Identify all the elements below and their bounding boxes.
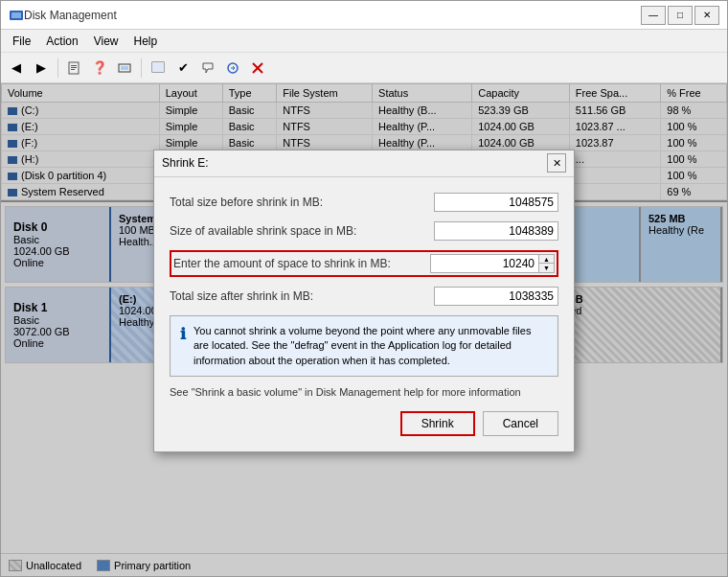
toolbar-btn-4[interactable]: ❓ xyxy=(88,57,111,80)
spinner-up[interactable]: ▲ xyxy=(539,255,554,264)
title-bar-icon xyxy=(9,8,24,23)
modal-title-bar: Shrink E: ✕ xyxy=(154,150,574,177)
svg-rect-9 xyxy=(152,62,164,72)
shrink-dialog: Shrink E: ✕ Total size before shrink in … xyxy=(153,150,575,452)
toolbar-btn-8[interactable] xyxy=(196,57,219,80)
forward-button[interactable]: ▶ xyxy=(30,57,53,80)
svg-rect-1 xyxy=(11,12,21,18)
shrink-input-container: ▲ ▼ xyxy=(430,254,555,273)
menu-bar: File Action View Help xyxy=(1,30,727,53)
toolbar-sep-1 xyxy=(57,58,58,78)
field-shrink-amount-row: Enter the amount of space to shrink in M… xyxy=(170,250,558,277)
menu-help[interactable]: Help xyxy=(126,33,166,50)
close-window-button[interactable]: ✕ xyxy=(694,6,719,25)
modal-close-button[interactable]: ✕ xyxy=(547,153,566,173)
field-total-after-label: Total size after shrink in MB: xyxy=(170,289,434,303)
field-total-before-value: 1048575 xyxy=(434,193,558,212)
menu-file[interactable]: File xyxy=(5,33,38,50)
minimize-button[interactable]: — xyxy=(641,6,666,25)
svg-rect-5 xyxy=(71,69,75,70)
menu-action[interactable]: Action xyxy=(38,33,85,50)
field-available-label: Size of available shrink space in MB: xyxy=(170,224,434,238)
cancel-button[interactable]: Cancel xyxy=(483,411,558,436)
maximize-button[interactable]: □ xyxy=(668,6,693,25)
field-total-before-label: Total size before shrink in MB: xyxy=(170,196,434,209)
toolbar-btn-5[interactable] xyxy=(113,57,136,80)
shrink-amount-input[interactable] xyxy=(431,255,538,272)
toolbar: ◀ ▶ ❓ ✔ xyxy=(1,53,727,83)
modal-overlay: Shrink E: ✕ Total size before shrink in … xyxy=(1,83,727,576)
info-text: You cannot shrink a volume beyond the po… xyxy=(193,324,548,368)
field-available-value: 1048389 xyxy=(434,221,558,241)
back-button[interactable]: ◀ xyxy=(5,57,28,80)
toolbar-btn-7[interactable]: ✔ xyxy=(171,57,194,80)
field-available: Size of available shrink space in MB: 10… xyxy=(170,221,558,241)
toolbar-sep-2 xyxy=(141,58,142,78)
menu-view[interactable]: View xyxy=(86,33,126,50)
window-controls: — □ ✕ xyxy=(641,6,719,25)
toolbar-btn-6[interactable] xyxy=(147,57,170,80)
modal-title-text: Shrink E: xyxy=(162,156,547,170)
field-total-before: Total size before shrink in MB: 1048575 xyxy=(170,193,558,212)
svg-rect-3 xyxy=(71,65,77,66)
svg-rect-4 xyxy=(71,67,77,68)
main-content: Volume Layout Type File System Status Ca… xyxy=(1,83,727,576)
shrink-spinner: ▲ ▼ xyxy=(538,255,554,272)
info-icon: ℹ xyxy=(180,324,186,368)
field-total-after-value: 1038335 xyxy=(434,287,558,306)
svg-rect-7 xyxy=(121,66,128,70)
window-title: Disk Management xyxy=(24,9,641,22)
title-bar: Disk Management — □ ✕ xyxy=(1,1,727,30)
toolbar-btn-3[interactable] xyxy=(63,57,86,80)
spinner-down[interactable]: ▼ xyxy=(539,263,554,272)
field-total-after: Total size after shrink in MB: 1038335 xyxy=(170,287,558,306)
modal-body: Total size before shrink in MB: 1048575 … xyxy=(154,177,574,451)
toolbar-btn-9[interactable] xyxy=(221,57,244,80)
info-box: ℹ You cannot shrink a volume beyond the … xyxy=(170,315,558,377)
shrink-button[interactable]: Shrink xyxy=(400,411,475,436)
help-text: See "Shrink a basic volume" in Disk Mana… xyxy=(170,386,558,398)
field-shrink-amount-label: Enter the amount of space to shrink in M… xyxy=(173,257,430,270)
main-window: Disk Management — □ ✕ File Action View H… xyxy=(0,0,728,577)
modal-buttons: Shrink Cancel xyxy=(170,411,558,436)
toolbar-btn-10[interactable] xyxy=(246,57,269,80)
